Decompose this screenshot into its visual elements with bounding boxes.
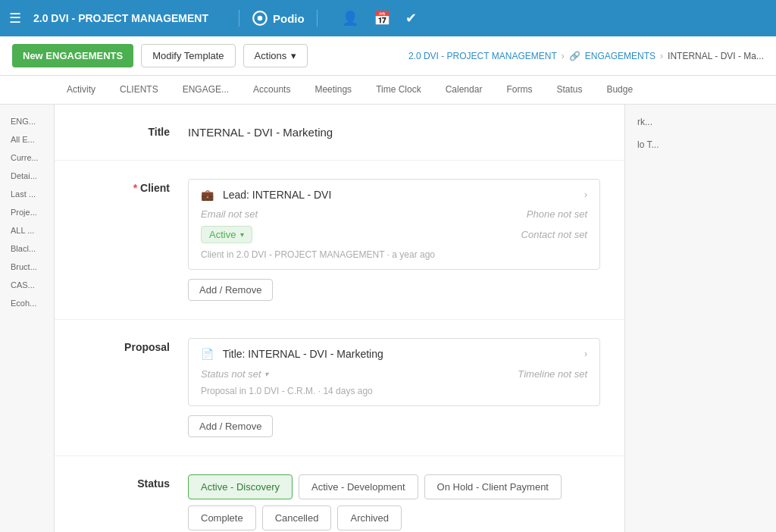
breadcrumb-sep1: › [562,51,565,61]
active-status-badge[interactable]: Active ▾ [201,226,252,243]
tasks-icon[interactable]: ✔ [405,10,417,27]
svg-point-1 [258,16,263,21]
subnav-tab-clients[interactable]: CLIENTS [108,76,171,105]
proposal-card: 📄 Title: INTERNAL - DVI - Marketing › St… [188,338,600,406]
sidebar-item[interactable]: All E... [6,132,48,147]
status-btn-active---discovery[interactable]: Active - Discovery [188,474,293,499]
breadcrumb-current: INTERNAL - DVI - Ma... [668,51,764,61]
proposal-status-label: Status not set [201,368,261,380]
client-card-chevron-icon[interactable]: › [584,189,587,200]
client-field: 💼 Lead: INTERNAL - DVI › Email not set P… [188,179,600,301]
people-icon[interactable]: 👤 [342,10,358,27]
sidebar-item[interactable]: Bruct... [6,259,48,274]
proposal-icon: 📄 [201,348,214,360]
actions-button[interactable]: Actions ▾ [243,44,308,67]
toolbar: New ENGAGEMENTS Modify Template Actions … [0,36,776,76]
proposal-row: Proposal 📄 Title: INTERNAL - DVI - Marke… [55,320,624,456]
sidebar-item[interactable]: ENG... [6,114,48,129]
proposal-add-remove-button[interactable]: Add / Remove [188,415,273,437]
status-btn-on-hold---client-payment[interactable]: On Hold - Client Payment [424,474,562,499]
proposal-field: 📄 Title: INTERNAL - DVI - Marketing › St… [188,338,600,437]
client-add-remove-button[interactable]: Add / Remove [188,279,273,301]
status-badge-label: Active [209,229,236,240]
client-contact: Contact not set [521,229,587,240]
client-row: Client 💼 Lead: INTERNAL - DVI › E [55,161,624,320]
proposal-label: Proposal [79,338,170,353]
podio-logo-icon [252,10,268,27]
title-label: Title [79,123,170,138]
title-field: INTERNAL - DVI - Marketing [188,123,600,142]
proposal-card-title: 📄 Title: INTERNAL - DVI - Marketing › [201,348,587,360]
client-phone: Phone not set [394,208,587,220]
subnav-tab-status[interactable]: Status [544,76,594,105]
proposal-card-chevron-icon[interactable]: › [584,349,587,359]
proposal-meta: Status not set ▾ Timeline not set [201,368,587,380]
engagements-icon: 🔗 [569,51,580,61]
status-field: Active - DiscoveryActive - DevelopmentOn… [188,474,600,530]
top-navigation: ☰ 2.0 DVI - PROJECT MANAGEMENT Podio 👤 📅… [0,0,776,36]
form-panel: Title INTERNAL - DVI - Marketing Client … [55,105,624,532]
status-buttons-group: Active - DiscoveryActive - DevelopmentOn… [188,474,600,530]
right-sidebar-item[interactable]: lo T... [634,136,767,153]
calendar-icon[interactable]: 📅 [374,10,390,27]
proposal-status[interactable]: Status not set ▾ [201,368,268,380]
sidebar-item[interactable]: Curre... [6,150,48,165]
proposal-card-name: Title: INTERNAL - DVI - Marketing [223,348,383,360]
subnav-tab-budge[interactable]: Budge [594,76,645,105]
modify-template-button[interactable]: Modify Template [141,44,235,67]
client-card-title: 💼 Lead: INTERNAL - DVI › [201,189,587,201]
subnav-tab-time-clock[interactable]: Time Clock [364,76,433,105]
breadcrumb-engagements[interactable]: ENGAGEMENTS [585,51,656,61]
client-card: 💼 Lead: INTERNAL - DVI › Email not set P… [188,179,600,270]
client-email: Email not set [201,208,394,220]
content-area: Title INTERNAL - DVI - Marketing Client … [55,105,776,532]
app-title: 2.0 DVI - PROJECT MANAGEMENT [33,12,208,24]
proposal-footer: Proposal in 1.0 DVI - C.R.M. · 14 days a… [201,386,587,396]
status-btn-complete[interactable]: Complete [188,505,256,530]
breadcrumb-sep2: › [660,51,663,61]
client-footer: Client in 2.0 DVI - PROJECT MANAGEMENT ·… [201,249,587,260]
subnav-tab-forms[interactable]: Forms [494,76,544,105]
main-layout: ENG...All E...Curre...Detai...Last ...Pr… [0,105,776,532]
client-label: Client [79,179,170,194]
proposal-timeline: Timeline not set [518,368,587,380]
status-btn-cancelled[interactable]: Cancelled [262,505,332,530]
sub-navigation: ActivityCLIENTSENGAGE...AccountsMeetings… [0,76,776,105]
sidebar-item[interactable]: Ecoh... [6,296,48,311]
title-row: Title INTERNAL - DVI - Marketing [55,105,624,161]
status-btn-archived[interactable]: Archived [337,505,402,530]
status-label: Status [79,474,170,490]
client-meta: Email not set Phone not set [201,208,587,220]
sidebar-item[interactable]: Detai... [6,168,48,183]
proposal-status-chevron-icon: ▾ [264,370,268,378]
sidebar-item[interactable]: ALL ... [6,223,48,238]
sidebar-item[interactable]: Proje... [6,205,48,220]
subnav-tab-activity[interactable]: Activity [55,76,108,105]
actions-label: Actions [255,50,287,61]
status-badge-chevron-icon: ▾ [240,230,244,239]
breadcrumb-project[interactable]: 2.0 DVI - PROJECT MANAGEMENT [408,51,557,61]
subnav-tab-accounts[interactable]: Accounts [241,76,302,105]
right-sidebar-item[interactable]: rk... [634,114,767,130]
subnav-tab-calendar[interactable]: Calendar [433,76,495,105]
lead-icon: 💼 [201,189,214,201]
nav-icons: 👤 📅 ✔ [342,10,417,27]
actions-chevron-icon: ▾ [291,50,296,61]
client-card-name: Lead: INTERNAL - DVI [223,189,331,201]
status-btn-active---development[interactable]: Active - Development [299,474,418,499]
hamburger-icon[interactable]: ☰ [9,10,21,27]
status-row: Status Active - DiscoveryActive - Develo… [55,456,624,532]
new-engagements-button[interactable]: New ENGAGEMENTS [12,44,133,67]
sidebar-item[interactable]: Last ... [6,186,48,202]
sidebar-item[interactable]: CAS... [6,277,48,293]
breadcrumb: 2.0 DVI - PROJECT MANAGEMENT › 🔗 ENGAGEM… [408,51,764,61]
right-sidebar: rk...lo T... [624,105,776,532]
subnav-tab-meetings[interactable]: Meetings [302,76,364,105]
left-sidebar: ENG...All E...Curre...Detai...Last ...Pr… [0,105,55,532]
subnav-tab-engage---[interactable]: ENGAGE... [171,76,241,105]
title-value: INTERNAL - DVI - Marketing [188,123,600,142]
sidebar-item[interactable]: Blacl... [6,241,48,256]
podio-label: Podio [273,12,305,25]
